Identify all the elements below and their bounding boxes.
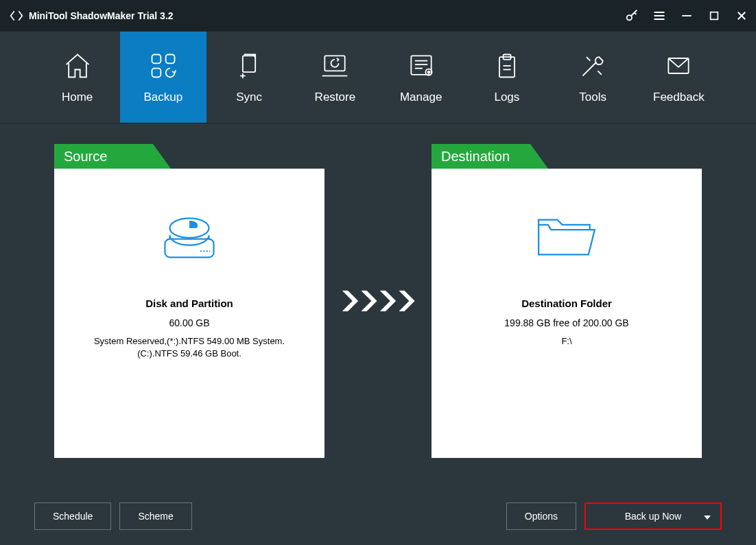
svg-rect-5 bbox=[711, 12, 718, 20]
minimize-button[interactable] bbox=[679, 8, 694, 23]
svg-marker-28 bbox=[343, 291, 358, 311]
svg-rect-10 bbox=[152, 68, 161, 77]
schedule-button[interactable]: Schedule bbox=[34, 502, 111, 530]
svg-marker-31 bbox=[399, 291, 414, 311]
close-button[interactable] bbox=[734, 8, 749, 23]
tools-icon bbox=[578, 51, 608, 81]
svg-rect-25 bbox=[165, 239, 213, 258]
destination-title: Destination Folder bbox=[521, 298, 612, 309]
destination-path: F:\ bbox=[554, 335, 578, 348]
maximize-button[interactable] bbox=[707, 8, 722, 23]
nav-logs[interactable]: Logs bbox=[464, 32, 550, 123]
sync-icon bbox=[234, 51, 264, 81]
svg-rect-11 bbox=[243, 56, 255, 72]
nav-manage[interactable]: Manage bbox=[378, 32, 464, 123]
arrows-icon bbox=[337, 287, 419, 315]
nav-bar: Home Backup Sync Restore Manage Logs T bbox=[0, 32, 756, 123]
nav-home[interactable]: Home bbox=[34, 32, 120, 123]
menu-icon[interactable] bbox=[652, 8, 667, 23]
nav-restore[interactable]: Restore bbox=[292, 32, 378, 123]
app-logo-icon bbox=[10, 9, 23, 23]
logs-icon bbox=[492, 51, 522, 81]
bottom-bar: Schedule Scheme Options Back up Now bbox=[34, 502, 722, 530]
nav-label: Manage bbox=[400, 90, 442, 104]
source-detail: System Reserved,(*:).NTFS 549.00 MB Syst… bbox=[87, 335, 292, 359]
svg-marker-29 bbox=[362, 291, 377, 311]
source-size: 60.00 GB bbox=[169, 317, 209, 328]
svg-marker-30 bbox=[381, 291, 396, 311]
home-icon bbox=[62, 51, 93, 81]
nav-backup[interactable]: Backup bbox=[120, 32, 206, 123]
backup-now-button[interactable]: Back up Now bbox=[584, 502, 722, 530]
feedback-icon bbox=[663, 51, 694, 81]
nav-label: Backup bbox=[144, 90, 183, 104]
nav-label: Feedback bbox=[653, 90, 705, 104]
source-card[interactable]: Source Disk and Partition 60.00 GB Syste… bbox=[54, 144, 324, 458]
nav-label: Logs bbox=[494, 90, 519, 104]
destination-card[interactable]: Destination Destination Folder 199.88 GB… bbox=[432, 144, 702, 458]
svg-point-19 bbox=[427, 71, 429, 73]
nav-label: Home bbox=[62, 90, 93, 104]
source-title: Disk and Partition bbox=[145, 298, 233, 309]
key-icon[interactable] bbox=[624, 8, 639, 23]
svg-marker-32 bbox=[704, 516, 711, 520]
scheme-button[interactable]: Scheme bbox=[119, 502, 191, 530]
options-button[interactable]: Options bbox=[506, 502, 576, 530]
nav-sync[interactable]: Sync bbox=[206, 32, 292, 123]
nav-feedback[interactable]: Feedback bbox=[636, 32, 722, 123]
window-title: MiniTool ShadowMaker Trial 3.2 bbox=[29, 10, 174, 21]
caret-down-icon bbox=[704, 511, 711, 522]
svg-rect-9 bbox=[166, 54, 175, 63]
title-bar: MiniTool ShadowMaker Trial 3.2 bbox=[0, 0, 756, 32]
svg-point-0 bbox=[627, 15, 632, 20]
source-line2: (C:).NTFS 59.46 GB Boot. bbox=[94, 348, 285, 360]
folder-icon bbox=[532, 210, 601, 265]
destination-free: 199.88 GB free of 200.00 GB bbox=[504, 317, 628, 328]
svg-rect-12 bbox=[325, 56, 345, 71]
nav-label: Tools bbox=[579, 90, 606, 104]
nav-label: Sync bbox=[236, 90, 262, 104]
svg-rect-8 bbox=[152, 54, 161, 63]
nav-tools[interactable]: Tools bbox=[550, 32, 636, 123]
source-line1: System Reserved,(*:).NTFS 549.00 MB Syst… bbox=[94, 335, 285, 348]
restore-icon bbox=[320, 51, 350, 81]
nav-label: Restore bbox=[315, 90, 356, 104]
backup-now-label: Back up Now bbox=[625, 511, 681, 522]
backup-icon bbox=[148, 51, 178, 81]
disk-icon bbox=[158, 210, 220, 265]
main-content: Source Disk and Partition 60.00 GB Syste… bbox=[0, 123, 756, 458]
manage-icon bbox=[406, 51, 436, 81]
